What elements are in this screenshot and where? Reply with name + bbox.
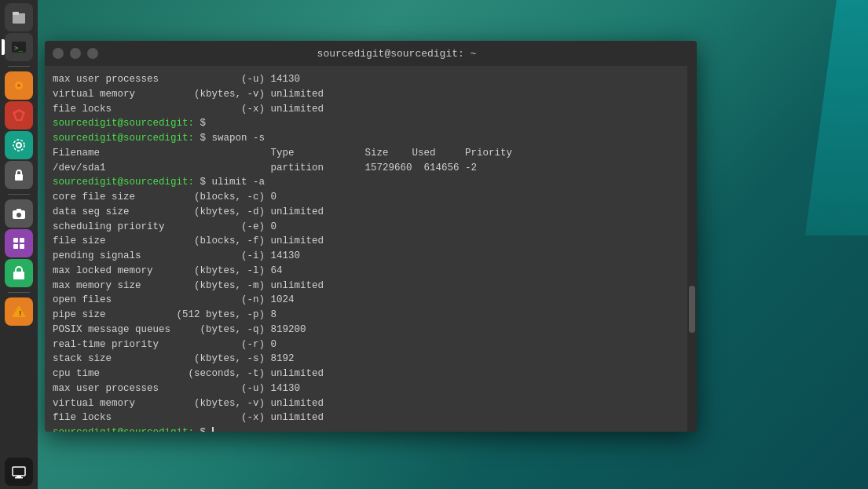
svg-point-9 (16, 143, 21, 148)
software-icon[interactable] (5, 229, 33, 257)
files-icon[interactable] (5, 3, 33, 31)
firefox-icon[interactable] (5, 71, 33, 100)
line-23: virtual memory (kbytes, -v) unlimited (53, 396, 689, 411)
minimize-button[interactable]: − (70, 48, 81, 59)
line-11: scheduling priority (-e) 0 (53, 220, 689, 235)
svg-rect-15 (13, 238, 18, 243)
svg-rect-22 (13, 467, 25, 476)
screen-icon[interactable] (5, 458, 33, 486)
line-13: pending signals (-i) 14130 (53, 249, 689, 264)
svg-rect-19 (13, 272, 24, 279)
svg-rect-11 (15, 174, 23, 181)
line-22: max user processes (-u) 14130 (53, 381, 689, 396)
terminal-scrollbar-thumb[interactable] (689, 286, 695, 333)
desktop: >_ (0, 0, 868, 489)
prompt-green: sourcedigit@sourcedigit: (53, 118, 194, 129)
prompt-green-4: sourcedigit@sourcedigit: (53, 427, 194, 432)
svg-rect-23 (16, 476, 21, 477)
terminal-scrollbar[interactable] (687, 66, 697, 432)
svg-rect-14 (16, 209, 21, 211)
line-9: core file size (blocks, -c) 0 (53, 190, 689, 205)
prompt-green-3: sourcedigit@sourcedigit: (53, 177, 194, 188)
line-14: max locked memory (kbytes, -l) 64 (53, 264, 689, 279)
taskbar-separator-1 (8, 66, 30, 67)
svg-rect-24 (15, 477, 23, 479)
camera-icon[interactable] (5, 199, 33, 228)
line-15: max memory size (kbytes, -m) unlimited (53, 279, 689, 294)
terminal-title: sourcedigit@sourcedigit: ~ (104, 48, 689, 60)
svg-point-13 (16, 213, 21, 217)
taskbar: >_ (0, 0, 38, 489)
svg-rect-16 (20, 238, 24, 243)
vivaldi-icon[interactable] (5, 101, 33, 130)
line-20: stack size (kbytes, -s) 8192 (53, 352, 689, 367)
line-3: file locks (-x) unlimited (53, 102, 689, 117)
line-17: pipe size (512 bytes, -p) 8 (53, 308, 689, 323)
maximize-button[interactable]: □ (87, 48, 98, 59)
svg-text:>_: >_ (14, 44, 23, 52)
line-7: /dev/sda1 partition 15729660 614656 -2 (53, 161, 689, 176)
settings-icon[interactable] (5, 131, 33, 159)
terminal-titlebar: × − □ sourcedigit@sourcedigit: ~ (45, 41, 697, 66)
svg-point-6 (17, 84, 20, 87)
svg-rect-17 (13, 244, 18, 249)
taskbar-separator-3 (8, 292, 30, 293)
line-4: sourcedigit@sourcedigit: $ (53, 116, 689, 131)
line-12: file size (blocks, -f) unlimited (53, 234, 689, 249)
svg-rect-1 (13, 12, 19, 15)
svg-text:!: ! (18, 310, 22, 318)
close-button[interactable]: × (53, 48, 64, 59)
terminal-icon[interactable]: >_ (5, 33, 33, 61)
line-10: data seg size (kbytes, -d) unlimited (53, 205, 689, 220)
terminal-window: × − □ sourcedigit@sourcedigit: ~ max use… (45, 41, 697, 432)
prompt-green-2: sourcedigit@sourcedigit: (53, 133, 194, 144)
line-1: max user processes (-u) 14130 (53, 72, 689, 87)
line-6: Filename Type Size Used Priority (53, 146, 689, 161)
line-18: POSIX message queues (bytes, -q) 819200 (53, 323, 689, 338)
svg-point-10 (13, 140, 24, 151)
warning-icon[interactable]: ! (5, 297, 33, 326)
line-2: virtual memory (kbytes, -v) unlimited (53, 87, 689, 102)
line-24: file locks (-x) unlimited (53, 411, 689, 425)
line-16: open files (-n) 1024 (53, 293, 689, 308)
svg-rect-18 (20, 244, 24, 249)
line-25: sourcedigit@sourcedigit: $ ​ (53, 425, 689, 432)
line-8: sourcedigit@sourcedigit: $ ulimit -a (53, 175, 689, 190)
line-21: cpu time (seconds, -t) unlimited (53, 367, 689, 381)
line-5: sourcedigit@sourcedigit: $ swapon -s (53, 131, 689, 146)
store-icon[interactable] (5, 259, 33, 287)
taskbar-separator-2 (8, 194, 30, 195)
desktop-accent (805, 0, 868, 235)
line-19: real-time priority (-r) 0 (53, 338, 689, 352)
terminal-body[interactable]: max user processes (-u) 14130 virtual me… (45, 66, 697, 432)
lock-icon[interactable] (5, 161, 33, 189)
